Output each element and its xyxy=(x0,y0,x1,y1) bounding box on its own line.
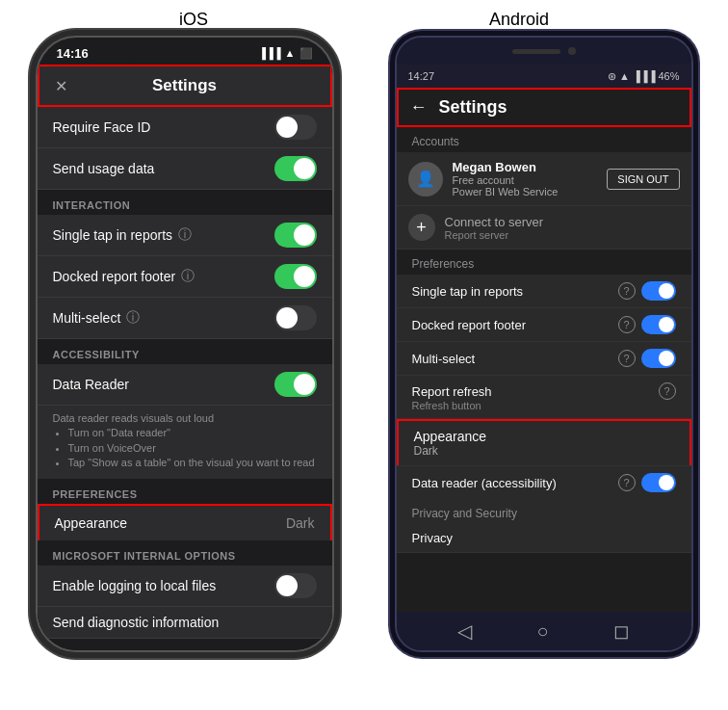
android-multi-select-label: Multi-select xyxy=(412,352,476,366)
android-docked-footer-label: Docked report footer xyxy=(412,318,527,332)
ios-multi-select-label: Multi-select ⓘ xyxy=(53,309,141,327)
ios-docked-footer-label: Docked report footer ⓘ xyxy=(53,268,195,285)
android-appearance-value: Dark xyxy=(414,444,674,458)
ios-appearance-label: Appearance xyxy=(55,515,128,531)
android-single-tap-toggle[interactable] xyxy=(641,281,676,301)
android-data-reader-question: ? xyxy=(618,474,636,491)
ios-microsoft-section: MICROSOFT INTERNAL OPTIONS xyxy=(38,540,332,565)
android-single-tap-label: Single tap in reports xyxy=(412,284,524,299)
android-account-service: Power BI Web Service xyxy=(453,186,598,197)
android-appearance-label: Appearance xyxy=(414,429,674,444)
ios-logging-label: Enable logging to local files xyxy=(53,578,217,593)
ios-accessibility-section: ACCESSIBILITY xyxy=(38,339,332,364)
ios-data-reader-desc-1: Turn on "Data reader" xyxy=(68,426,317,440)
ios-docked-footer-row: Docked report footer ⓘ xyxy=(38,256,332,298)
android-phone: 14:27 ⊛ ▲ ▐▐▐ 46% ← Settings Accounts 👤 … xyxy=(395,36,693,652)
ios-appearance-value: Dark xyxy=(286,515,315,531)
ios-close-btn[interactable]: ✕ xyxy=(55,77,67,95)
android-multi-select-question: ? xyxy=(618,350,636,367)
ios-require-faceid-toggle[interactable] xyxy=(274,115,317,140)
android-account-info: Megan Bowen Free account Power BI Web Se… xyxy=(453,160,598,197)
android-top-bar xyxy=(397,38,691,65)
android-report-refresh-label: Report refresh xyxy=(412,384,492,399)
android-single-tap-question: ? xyxy=(618,282,636,300)
android-camera xyxy=(568,47,576,55)
android-docked-question: ? xyxy=(618,316,636,333)
android-account-name: Megan Bowen xyxy=(453,160,598,174)
android-screen: ← Settings Accounts 👤 Megan Bowen Free a… xyxy=(397,88,691,612)
android-data-reader-label: Data reader (accessibility) xyxy=(412,476,557,490)
android-status-icons: ⊛ ▲ ▐▐▐ 46% xyxy=(608,70,679,83)
android-privacy-label: Privacy xyxy=(412,531,454,545)
ios-require-faceid-row: Require Face ID xyxy=(38,107,332,148)
android-settings-header: ← Settings xyxy=(397,88,691,127)
android-connect-label: Connect to server xyxy=(445,215,544,229)
ios-appearance-row: Appearance Dark xyxy=(38,504,332,540)
ios-single-tap-question: ⓘ xyxy=(178,226,192,244)
android-multi-select-toggle[interactable] xyxy=(641,349,676,368)
android-multi-select-row: Multi-select ? xyxy=(397,342,691,376)
ios-data-reader-desc-2: Turn on VoiceOver xyxy=(68,441,317,456)
ios-logging-row: Enable logging to local files xyxy=(38,565,332,607)
android-platform-label: Android xyxy=(489,10,549,30)
android-report-refresh-sub: Refresh button xyxy=(412,400,676,411)
android-header-title: Settings xyxy=(439,97,507,118)
android-account-type: Free account xyxy=(453,174,598,186)
ios-diagnostic-row: Send diagnostic information xyxy=(38,607,332,639)
android-nav-home-icon[interactable]: ○ xyxy=(536,620,548,643)
ios-data-reader-desc-0: Data reader reads visuals out loud xyxy=(53,411,317,426)
ios-header-title: Settings xyxy=(152,76,217,95)
android-status-bar: 14:27 ⊛ ▲ ▐▐▐ 46% xyxy=(397,65,691,88)
android-sign-out-btn[interactable]: SIGN OUT xyxy=(607,169,679,190)
android-data-reader-toggle[interactable] xyxy=(641,473,676,492)
ios-preferences-section: PREFERENCES xyxy=(38,479,332,504)
ios-docked-footer-toggle[interactable] xyxy=(274,264,317,289)
ios-send-usage-row: Send usage data xyxy=(38,148,332,190)
ios-data-reader-toggle[interactable] xyxy=(274,372,317,397)
ios-single-tap-toggle[interactable] xyxy=(274,223,317,248)
android-accounts-section: Accounts xyxy=(397,127,691,152)
ios-send-usage-toggle[interactable] xyxy=(274,156,317,181)
ios-settings-header: ✕ Settings xyxy=(38,65,332,107)
ios-require-faceid-label: Require Face ID xyxy=(53,119,151,135)
ios-screen: ✕ Settings Require Face ID Send usage da… xyxy=(38,65,332,650)
android-avatar: 👤 xyxy=(408,162,443,197)
android-nav-recents-icon[interactable]: ◻ xyxy=(613,619,630,643)
ios-single-tap-label: Single tap in reports ⓘ xyxy=(53,226,193,244)
android-time: 14:27 xyxy=(408,70,435,82)
ios-multi-select-question: ⓘ xyxy=(126,309,140,327)
android-nav-bar: ◁ ○ ◻ xyxy=(397,612,691,650)
ios-diagnostic-label: Send diagnostic information xyxy=(53,615,220,630)
android-account-row: 👤 Megan Bowen Free account Power BI Web … xyxy=(397,152,691,206)
ios-wifi-icon: ▲ xyxy=(285,47,296,59)
ios-interaction-section: INTERACTION xyxy=(38,190,332,215)
android-data-reader-row: Data reader (accessibility) ? xyxy=(397,465,691,499)
android-privacy-row: Privacy xyxy=(397,524,691,553)
ios-signal-icon: ▐▐▐ xyxy=(258,47,280,59)
ios-data-reader-row: Data Reader xyxy=(38,364,332,406)
android-report-refresh-row: Report refresh ? Refresh button xyxy=(397,376,691,419)
android-speaker xyxy=(512,49,560,54)
ios-platform-label: iOS xyxy=(179,10,208,30)
ios-time: 14:16 xyxy=(57,46,89,61)
android-report-refresh-question: ? xyxy=(659,382,676,400)
android-connect-sub: Report server xyxy=(445,229,544,241)
android-preferences-section: Preferences xyxy=(397,250,691,275)
ios-send-usage-label: Send usage data xyxy=(53,161,155,176)
ios-docked-footer-question: ⓘ xyxy=(181,268,195,285)
android-docked-footer-row: Docked report footer ? xyxy=(397,308,691,342)
ios-multi-select-toggle[interactable] xyxy=(274,305,317,330)
ios-data-reader-desc-3: Tap "Show as a table" on the visual you … xyxy=(68,456,317,470)
ios-data-reader-label: Data Reader xyxy=(53,377,129,392)
android-plus-icon: + xyxy=(408,214,435,241)
ios-battery-icon: ⬛ xyxy=(299,47,313,60)
android-single-tap-row: Single tap in reports ? xyxy=(397,275,691,308)
ios-data-reader-description: Data reader reads visuals out loud Turn … xyxy=(38,406,332,479)
ios-logging-toggle[interactable] xyxy=(274,573,317,598)
ios-single-tap-row: Single tap in reports ⓘ xyxy=(38,215,332,256)
android-back-btn[interactable]: ← xyxy=(410,97,428,118)
ios-multi-select-row: Multi-select ⓘ xyxy=(38,298,332,339)
ios-notch xyxy=(122,38,247,61)
android-nav-back-icon[interactable]: ◁ xyxy=(457,619,472,643)
android-docked-toggle[interactable] xyxy=(641,315,676,334)
